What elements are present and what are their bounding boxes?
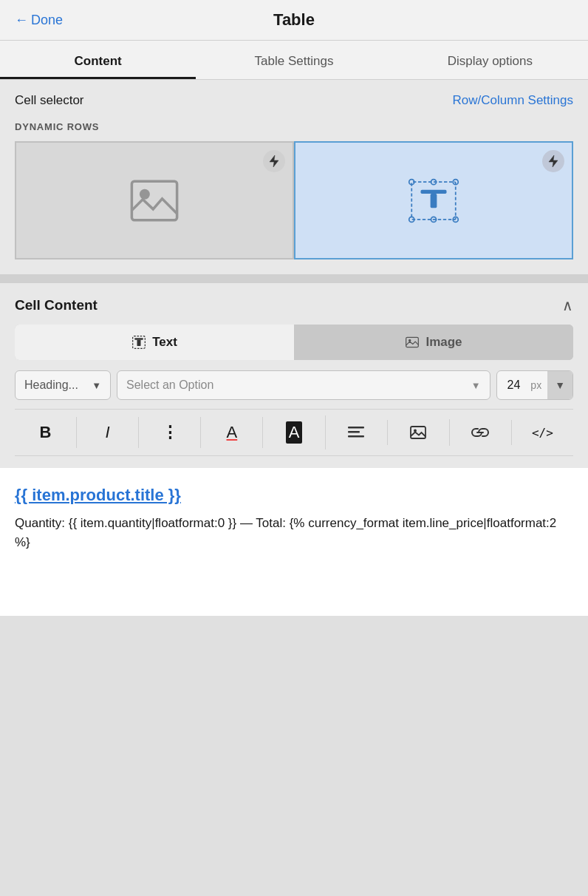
text-color-button[interactable]: A: [201, 417, 263, 448]
text-bg-button[interactable]: A: [263, 415, 325, 449]
image-type-icon: [405, 335, 420, 350]
svg-rect-10: [431, 193, 437, 207]
svg-rect-9: [421, 189, 447, 193]
row-cell-text[interactable]: [294, 141, 573, 259]
svg-rect-17: [348, 431, 360, 433]
align-icon: [348, 426, 364, 439]
italic-button[interactable]: I: [77, 417, 139, 448]
preview-area: {{ item.product.title }} Quantity: {{ it…: [0, 468, 588, 616]
tab-display-options[interactable]: Display options: [392, 41, 588, 79]
page-title: Table: [273, 10, 315, 30]
row-column-settings-link[interactable]: Row/Column Settings: [453, 93, 573, 108]
cell-selector-label: Cell selector: [15, 93, 84, 108]
cell-selector-row: Cell selector Row/Column Settings: [0, 80, 588, 121]
bold-button[interactable]: B: [15, 417, 77, 448]
size-control: 24 px ▼: [496, 370, 573, 400]
align-button[interactable]: [326, 420, 388, 445]
formatting-toolbar: B I ⋮ A A: [15, 409, 573, 456]
svg-rect-16: [348, 427, 364, 429]
dynamic-rows-label: DYNAMIC ROWS: [15, 121, 573, 132]
dynamic-rows-grid: [15, 141, 573, 259]
more-button[interactable]: ⋮: [139, 417, 201, 448]
type-toggle: Text Image: [15, 325, 573, 360]
image-icon: [410, 425, 426, 440]
link-button[interactable]: [450, 420, 512, 445]
image-placeholder-icon: [129, 177, 180, 225]
code-button[interactable]: </>: [512, 420, 573, 446]
lightning-badge-text: [542, 150, 564, 172]
tab-table-settings[interactable]: Table Settings: [196, 41, 392, 79]
header: ← Done Table: [0, 0, 588, 41]
tab-content[interactable]: Content: [0, 41, 196, 79]
dynamic-rows-section: DYNAMIC ROWS: [0, 121, 588, 274]
svg-rect-12: [134, 338, 143, 340]
preview-body: Quantity: {{ item.quantity|floatformat:0…: [15, 514, 573, 551]
chevron-down-icon-3: ▼: [555, 379, 565, 391]
row-cell-image[interactable]: [15, 141, 294, 259]
svg-point-1: [140, 189, 150, 199]
size-value: 24: [497, 371, 531, 399]
cell-content-title: Cell Content: [15, 297, 98, 313]
back-arrow-icon: ←: [15, 13, 28, 28]
preview-title: {{ item.product.title }}: [15, 486, 573, 505]
image-button[interactable]: [388, 419, 450, 446]
controls-row: Heading... ▼ Select an Option ▼ 24 px ▼: [15, 370, 573, 400]
heading-dropdown[interactable]: Heading... ▼: [15, 370, 111, 400]
type-btn-image[interactable]: Image: [294, 325, 573, 360]
tabs-bar: Content Table Settings Display options: [0, 41, 588, 80]
text-type-icon: [131, 335, 146, 350]
size-unit: px: [530, 372, 547, 398]
option-dropdown[interactable]: Select an Option ▼: [117, 370, 490, 400]
text-placeholder-icon: [408, 177, 459, 225]
done-button[interactable]: ← Done: [15, 13, 63, 28]
chevron-down-icon-2: ▼: [471, 380, 481, 391]
done-label: Done: [31, 13, 63, 28]
collapse-button[interactable]: ∧: [562, 296, 573, 314]
separator: [0, 274, 588, 283]
svg-rect-19: [411, 427, 425, 438]
svg-rect-13: [137, 340, 141, 346]
content-area: Cell selector Row/Column Settings DYNAMI…: [0, 80, 588, 616]
size-arrow-button[interactable]: ▼: [547, 371, 572, 399]
chevron-down-icon: ▼: [92, 380, 101, 391]
svg-rect-0: [131, 181, 177, 220]
cell-content-section: Cell Content ∧ Text Image: [0, 283, 588, 468]
cell-content-header: Cell Content ∧: [15, 283, 573, 325]
link-icon: [471, 426, 489, 439]
svg-rect-18: [348, 435, 364, 438]
lightning-badge-image: [263, 150, 285, 172]
type-btn-text[interactable]: Text: [15, 325, 294, 360]
